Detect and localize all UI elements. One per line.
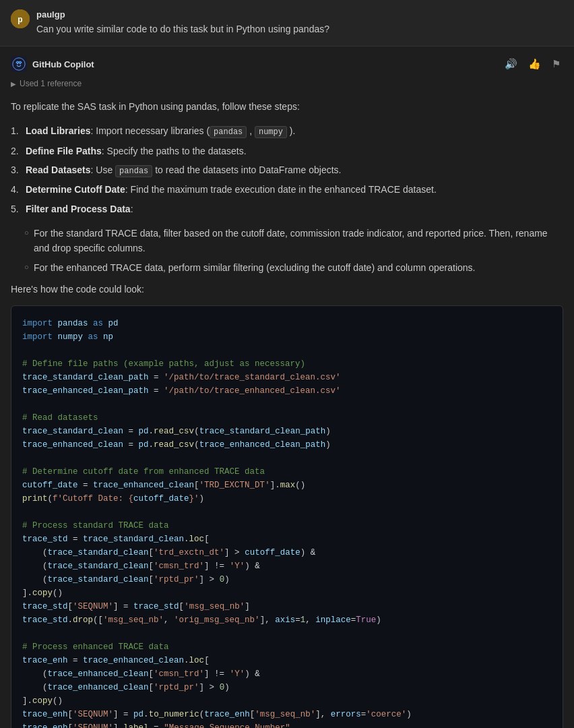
bullet-2: For the enhanced TRACE data, perform sim…	[24, 260, 563, 275]
copilot-body: To replicate the SAS task in Python usin…	[11, 99, 563, 728]
step-2-label: Define File Paths	[26, 146, 102, 156]
step-2: 2. Define File Paths: Specify the paths …	[11, 144, 563, 158]
step-4: 4. Determine Cutoff Date: Find the maxim…	[11, 182, 563, 197]
step-3-label: Read Datasets	[26, 164, 91, 175]
bullet-1: For the standard TRACE data, filter base…	[24, 226, 563, 256]
user-avatar: p	[11, 9, 30, 28]
thumbs-up-button[interactable]: 👍	[525, 57, 544, 71]
user-message-section: p paulgp Can you write similar code to d…	[0, 0, 574, 47]
step-4-label: Determine Cutoff Date	[26, 184, 125, 195]
volume-button[interactable]: 🔊	[502, 57, 520, 71]
intro-text: To replicate the SAS task in Python usin…	[11, 99, 563, 114]
chevron-right-icon: ▶	[11, 80, 16, 88]
step-1-label: Load Libraries	[26, 125, 90, 136]
pandas-code: pandas	[210, 126, 247, 138]
flag-icon: ⚑	[552, 58, 561, 69]
reference-label: Used 1 reference	[20, 79, 82, 88]
pandas-code-2: pandas	[115, 165, 152, 177]
copilot-header: GitHub Copilot 🔊 👍 ⚑	[11, 56, 563, 72]
numpy-code: numpy	[255, 126, 287, 138]
user-message-text: Can you write similar code to do this ta…	[36, 22, 563, 36]
code-block: import pandas as pd import numpy as np #…	[11, 305, 563, 729]
flag-button[interactable]: ⚑	[549, 57, 563, 71]
steps-list: 1. Load Libraries: Import necessary libr…	[11, 123, 563, 216]
svg-point-3	[17, 63, 18, 65]
reference-toggle[interactable]: ▶ Used 1 reference	[11, 78, 563, 90]
step-3: 3. Read Datasets: Use pandas to read the…	[11, 162, 563, 178]
copilot-name: GitHub Copilot	[32, 59, 94, 69]
copilot-brand: GitHub Copilot	[11, 56, 94, 72]
step-5: 5. Filter and Process Data:	[11, 202, 563, 216]
thumbs-up-icon: 👍	[528, 58, 541, 69]
copilot-actions: 🔊 👍 ⚑	[502, 57, 563, 71]
svg-point-4	[20, 63, 21, 65]
copilot-logo-icon	[11, 56, 27, 72]
how-code-text: Here's how the code could look:	[11, 282, 563, 297]
step-1: 1. Load Libraries: Import necessary libr…	[11, 123, 563, 139]
bullet-list: For the standard TRACE data, filter base…	[11, 226, 563, 275]
copilot-section: GitHub Copilot 🔊 👍 ⚑ ▶ Used 1 reference …	[0, 47, 574, 728]
svg-text:p: p	[18, 15, 22, 24]
user-name: paulgp	[36, 9, 563, 20]
user-content: paulgp Can you write similar code to do …	[36, 9, 563, 36]
step-5-label: Filter and Process Data	[26, 204, 131, 214]
svg-point-2	[13, 58, 25, 70]
volume-icon: 🔊	[505, 58, 517, 69]
